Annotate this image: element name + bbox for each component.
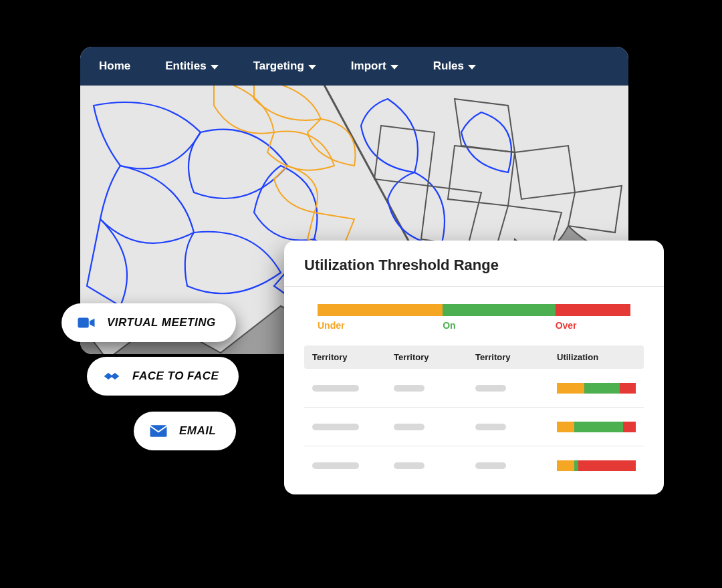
util-seg <box>578 460 636 471</box>
chevron-down-icon <box>468 65 476 69</box>
placeholder-bar <box>312 424 359 430</box>
placeholder-bar <box>394 462 425 469</box>
utilization-table: Territory Territory Territory Utilizatio… <box>304 345 644 485</box>
placeholder-bar <box>475 462 506 469</box>
utilization-title: Utilization Threshold Range <box>304 257 644 274</box>
utilization-bar <box>557 383 636 394</box>
territory-cell <box>467 456 549 476</box>
chevron-down-icon <box>390 65 398 69</box>
utilization-cell <box>549 376 644 400</box>
channel-pill-email[interactable]: EMAIL <box>134 412 236 450</box>
nav-home-label: Home <box>99 59 130 73</box>
nav-entities-label: Entities <box>165 59 206 73</box>
util-seg <box>557 383 584 394</box>
utilization-bar <box>557 422 636 432</box>
nav-entities[interactable]: Entities <box>165 59 218 73</box>
territory-cell <box>386 378 467 398</box>
territory-cell <box>467 417 549 437</box>
util-seg <box>584 383 620 394</box>
territory-cell <box>467 378 549 398</box>
nav-home[interactable]: Home <box>99 59 130 73</box>
nav-targeting[interactable]: Targeting <box>253 59 316 73</box>
placeholder-bar <box>475 385 506 392</box>
nav-rules-label: Rules <box>433 59 464 73</box>
col-utilization: Utilization <box>549 345 644 369</box>
chevron-down-icon <box>211 65 219 69</box>
range-seg-over <box>556 304 630 316</box>
envelope-icon <box>148 421 168 441</box>
range-seg-under <box>318 304 443 316</box>
col-territory-2: Territory <box>386 345 467 369</box>
channel-pill-label: EMAIL <box>179 424 216 438</box>
nav-targeting-label: Targeting <box>253 59 304 73</box>
divider <box>284 286 664 287</box>
nav-import[interactable]: Import <box>351 59 398 73</box>
video-camera-icon <box>76 313 96 333</box>
svg-rect-1 <box>78 318 89 328</box>
placeholder-bar <box>312 462 359 469</box>
placeholder-bar <box>394 385 425 392</box>
channel-pill-label: VIRTUAL MEETING <box>107 316 216 329</box>
handshake-icon <box>102 366 122 386</box>
utilization-cell <box>549 415 644 439</box>
territory-cell <box>386 456 467 476</box>
range-seg-on <box>443 304 555 316</box>
channel-pill-label: FACE TO FACE <box>132 370 219 383</box>
nav-rules[interactable]: Rules <box>433 59 476 73</box>
utilization-bar <box>557 460 636 471</box>
util-seg <box>557 460 574 471</box>
col-territory-3: Territory <box>467 345 549 369</box>
utilization-cell <box>549 454 644 478</box>
territory-cell <box>304 456 386 476</box>
chevron-down-icon <box>308 65 316 69</box>
territory-cell <box>304 417 386 437</box>
territory-cell <box>386 417 467 437</box>
utilization-card: Utilization Threshold Range Under On Ove… <box>284 241 664 494</box>
util-seg <box>620 383 636 394</box>
placeholder-bar <box>394 424 425 430</box>
col-territory-1: Territory <box>304 345 386 369</box>
util-seg <box>557 422 574 432</box>
util-seg <box>574 422 623 432</box>
navbar: Home Entities Targeting Import Rules <box>80 47 628 86</box>
table-row[interactable] <box>304 446 644 485</box>
channel-pill-face-to-face[interactable]: FACE TO FACE <box>87 357 239 396</box>
threshold-range-bar <box>318 304 630 316</box>
threshold-range-labels: Under On Over <box>318 320 630 331</box>
table-row[interactable] <box>304 408 644 446</box>
range-label-over: Over <box>556 320 630 331</box>
svg-rect-2 <box>150 425 167 437</box>
table-row[interactable] <box>304 369 644 408</box>
range-label-under: Under <box>318 320 443 331</box>
table-header: Territory Territory Territory Utilizatio… <box>304 345 644 369</box>
util-seg <box>623 422 636 432</box>
nav-import-label: Import <box>351 59 386 73</box>
placeholder-bar <box>475 424 506 430</box>
placeholder-bar <box>312 385 359 392</box>
channel-pill-virtual-meeting[interactable]: VIRTUAL MEETING <box>62 303 236 342</box>
range-label-on: On <box>443 320 555 331</box>
territory-cell <box>304 378 386 398</box>
